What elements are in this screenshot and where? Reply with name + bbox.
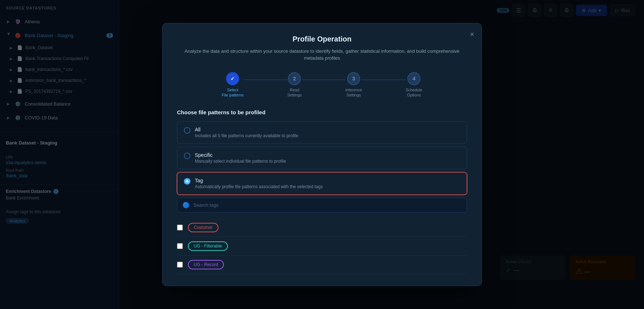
modal-close-button[interactable]: × [470,31,474,38]
step-4-label: ScheduleOptions [406,87,422,98]
search-tags-box[interactable]: 🔵 [177,198,467,213]
option-tag-label: Tag [195,178,323,183]
step-2: 2 ReadSettings [287,72,302,98]
radio-all[interactable] [184,127,190,134]
step-1-circle: ✓ [226,72,239,85]
modal-description: Analyze the data and structure within yo… [177,48,467,62]
step-3-label: InferenceSettings [345,87,362,98]
option-all-desc: Includes all 5 file patterns currently a… [195,133,298,138]
radio-specific[interactable] [184,152,190,159]
profile-operation-modal: × Profile Operation Analyze the data and… [162,23,482,286]
option-specific-label: Specific [195,152,286,158]
option-specific[interactable]: Specific Manually select individual file… [177,147,467,169]
tag-row-ug-filterable: UG - Filterable [177,237,467,255]
option-all-label: All [195,127,298,132]
step-3-circle: 3 [347,72,360,85]
step-2-label: ReadSettings [287,87,302,98]
tag-ug-record[interactable]: UG - Record [188,260,224,269]
step-2-circle: 2 [288,72,301,85]
connector-1-2 [244,79,287,80]
search-icon: 🔵 [182,202,190,209]
connector-2-3 [302,79,345,80]
tag-row-ug-record: UG - Record [177,255,467,274]
option-tag[interactable]: Tag Automatically profile file patterns … [177,172,467,195]
step-1-label: SelectFile patterns [222,87,244,98]
option-tag-desc: Automatically profile file patterns asso… [195,184,323,189]
tag-ug-filterable[interactable]: UG - Filterable [188,241,228,251]
modal-title: Profile Operation [177,35,467,43]
tag-customer[interactable]: Customer [188,223,218,232]
option-all[interactable]: All Includes all 5 file patterns current… [177,121,467,144]
tag-row-customer: Customer [177,218,467,237]
option-specific-desc: Manually select individual file patterns… [195,159,286,164]
section-title: Choose file patterns to be profiled [177,109,467,115]
connector-3-4 [362,79,406,80]
tag-checkbox-ug-filterable[interactable] [177,243,183,249]
step-3: 3 InferenceSettings [345,72,362,98]
stepper: ✓ SelectFile patterns 2 ReadSettings 3 I… [177,72,467,98]
tag-checkbox-ug-record[interactable] [177,262,183,268]
step-1: ✓ SelectFile patterns [222,72,244,98]
search-tags-input[interactable] [193,202,462,208]
tag-checkbox-customer[interactable] [177,225,183,230]
radio-tag[interactable] [184,178,190,185]
step-4: 4 ScheduleOptions [406,72,422,98]
step-4-circle: 4 [407,72,420,85]
